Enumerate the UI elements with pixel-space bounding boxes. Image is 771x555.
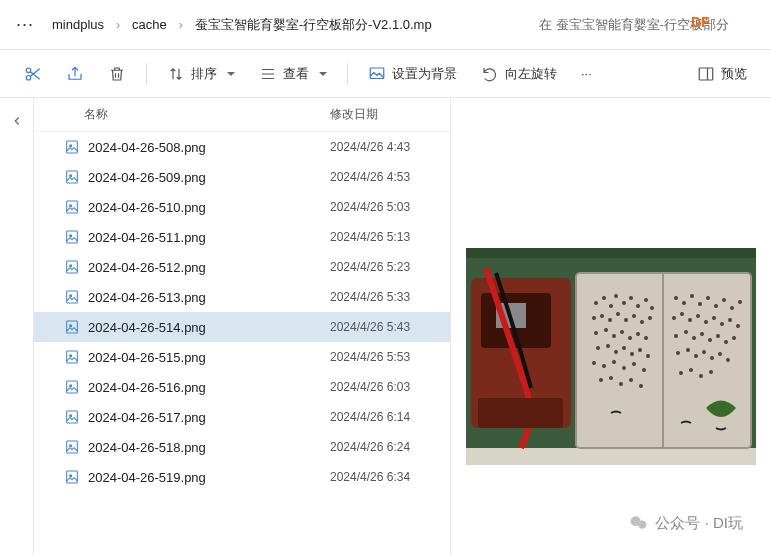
collapse-nav-icon[interactable] bbox=[0, 106, 34, 136]
svg-rect-10 bbox=[67, 231, 78, 243]
svg-point-97 bbox=[674, 334, 678, 338]
image-file-icon bbox=[64, 289, 80, 305]
file-row[interactable]: 2024-04-26-517.png2024/4/26 6:14 bbox=[34, 402, 450, 432]
svg-point-66 bbox=[638, 348, 642, 352]
file-date: 2024/4/26 6:14 bbox=[330, 410, 450, 424]
preview-label: 预览 bbox=[721, 65, 747, 83]
svg-point-70 bbox=[612, 360, 616, 364]
file-name: 2024-04-26-518.png bbox=[88, 440, 330, 455]
breadcrumb-item-1[interactable]: cache bbox=[120, 17, 179, 32]
column-header-name[interactable]: 名称 bbox=[64, 106, 330, 123]
sort-button[interactable]: 排序 bbox=[157, 59, 245, 89]
svg-rect-24 bbox=[67, 441, 78, 453]
view-button[interactable]: 查看 bbox=[249, 59, 337, 89]
rotate-label: 向左旋转 bbox=[505, 65, 557, 83]
search-input[interactable]: 在 蚕宝宝智能育婴室-行空板部分 DF bbox=[531, 12, 761, 38]
svg-point-110 bbox=[718, 352, 722, 356]
sidebar bbox=[0, 98, 34, 555]
image-file-icon bbox=[64, 169, 80, 185]
image-file-icon bbox=[64, 259, 80, 275]
svg-point-54 bbox=[594, 331, 598, 335]
svg-point-61 bbox=[596, 346, 600, 350]
svg-point-73 bbox=[642, 368, 646, 372]
breadcrumb-item-2[interactable]: 蚕宝宝智能育婴室-行空板部分-V2.1.0.mp bbox=[183, 16, 444, 34]
share-button[interactable] bbox=[56, 59, 94, 89]
column-header-date[interactable]: 修改日期 bbox=[330, 106, 450, 123]
svg-point-98 bbox=[684, 330, 688, 334]
breadcrumb-item-0[interactable]: mindplus bbox=[40, 17, 116, 32]
svg-point-40 bbox=[614, 294, 618, 298]
more-actions-button[interactable]: ··· bbox=[571, 60, 602, 87]
svg-point-47 bbox=[600, 314, 604, 318]
svg-point-79 bbox=[674, 296, 678, 300]
image-file-icon bbox=[64, 139, 80, 155]
svg-point-114 bbox=[699, 374, 703, 378]
wallpaper-button[interactable]: 设置为背景 bbox=[358, 59, 467, 89]
file-row[interactable]: 2024-04-26-508.png2024/4/26 4:43 bbox=[34, 132, 450, 162]
image-file-icon bbox=[64, 409, 80, 425]
file-date: 2024/4/26 5:53 bbox=[330, 350, 450, 364]
svg-point-94 bbox=[720, 322, 724, 326]
svg-point-86 bbox=[730, 306, 734, 310]
file-name: 2024-04-26-509.png bbox=[88, 170, 330, 185]
svg-point-23 bbox=[70, 415, 72, 417]
file-name: 2024-04-26-519.png bbox=[88, 470, 330, 485]
wallpaper-label: 设置为背景 bbox=[392, 65, 457, 83]
svg-rect-8 bbox=[67, 201, 78, 213]
svg-point-65 bbox=[630, 352, 634, 356]
cut-button[interactable] bbox=[14, 59, 52, 89]
file-row[interactable]: 2024-04-26-518.png2024/4/26 6:24 bbox=[34, 432, 450, 462]
svg-point-101 bbox=[708, 338, 712, 342]
file-date: 2024/4/26 6:03 bbox=[330, 380, 450, 394]
file-row[interactable]: 2024-04-26-509.png2024/4/26 4:53 bbox=[34, 162, 450, 192]
file-row[interactable]: 2024-04-26-516.png2024/4/26 6:03 bbox=[34, 372, 450, 402]
file-date: 2024/4/26 5:13 bbox=[330, 230, 450, 244]
preview-image bbox=[466, 248, 756, 465]
file-row[interactable]: 2024-04-26-511.png2024/4/26 5:13 bbox=[34, 222, 450, 252]
preview-button[interactable]: 预览 bbox=[687, 59, 757, 89]
svg-point-44 bbox=[644, 298, 648, 302]
image-file-icon bbox=[64, 319, 80, 335]
file-row[interactable]: 2024-04-26-514.png2024/4/26 5:43 bbox=[34, 312, 450, 342]
svg-point-89 bbox=[680, 312, 684, 316]
image-file-icon bbox=[64, 349, 80, 365]
svg-point-93 bbox=[712, 316, 716, 320]
wechat-icon bbox=[629, 513, 649, 533]
svg-point-60 bbox=[644, 336, 648, 340]
svg-point-115 bbox=[709, 370, 713, 374]
file-date: 2024/4/26 5:43 bbox=[330, 320, 450, 334]
file-row[interactable]: 2024-04-26-519.png2024/4/26 6:34 bbox=[34, 462, 450, 492]
file-row[interactable]: 2024-04-26-513.png2024/4/26 5:33 bbox=[34, 282, 450, 312]
file-row[interactable]: 2024-04-26-510.png2024/4/26 5:03 bbox=[34, 192, 450, 222]
sort-label: 排序 bbox=[191, 65, 217, 83]
file-name: 2024-04-26-516.png bbox=[88, 380, 330, 395]
svg-point-76 bbox=[619, 382, 623, 386]
svg-point-5 bbox=[70, 145, 72, 147]
svg-point-83 bbox=[706, 296, 710, 300]
svg-point-96 bbox=[736, 324, 740, 328]
file-name: 2024-04-26-514.png bbox=[88, 320, 330, 335]
file-row[interactable]: 2024-04-26-512.png2024/4/26 5:23 bbox=[34, 252, 450, 282]
image-file-icon bbox=[64, 229, 80, 245]
svg-point-50 bbox=[624, 318, 628, 322]
list-body[interactable]: 2024-04-26-508.png2024/4/26 4:432024-04-… bbox=[34, 132, 450, 555]
breadcrumb-more-icon[interactable]: ··· bbox=[10, 14, 40, 35]
svg-point-9 bbox=[70, 205, 72, 207]
svg-point-92 bbox=[704, 320, 708, 324]
file-date: 2024/4/26 5:33 bbox=[330, 290, 450, 304]
share-icon bbox=[66, 65, 84, 83]
svg-point-111 bbox=[726, 358, 730, 362]
svg-rect-4 bbox=[67, 141, 78, 153]
svg-point-49 bbox=[616, 312, 620, 316]
svg-point-58 bbox=[628, 336, 632, 340]
rotate-button[interactable]: 向左旋转 bbox=[471, 59, 567, 89]
svg-point-11 bbox=[70, 235, 72, 237]
svg-point-87 bbox=[738, 300, 742, 304]
svg-point-74 bbox=[599, 378, 603, 382]
svg-rect-29 bbox=[466, 248, 756, 258]
svg-rect-20 bbox=[67, 381, 78, 393]
svg-rect-30 bbox=[466, 448, 756, 465]
file-name: 2024-04-26-508.png bbox=[88, 140, 330, 155]
file-row[interactable]: 2024-04-26-515.png2024/4/26 5:53 bbox=[34, 342, 450, 372]
delete-button[interactable] bbox=[98, 59, 136, 89]
